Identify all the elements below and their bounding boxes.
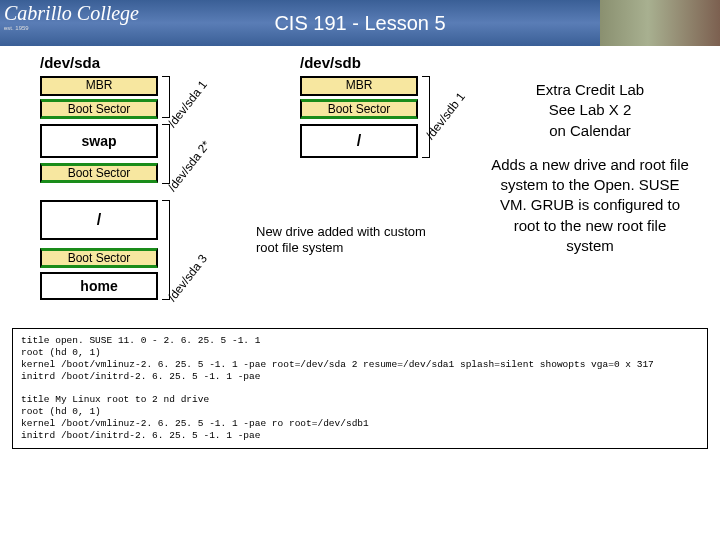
sda-home: home: [40, 272, 158, 300]
devpath-sda1: /dev/sda 1: [165, 78, 210, 130]
brace-sdb1: [422, 76, 430, 158]
brace-sda2: [162, 124, 170, 184]
logo-subtext: est. 1959: [4, 25, 164, 31]
sdb-root: /: [300, 124, 418, 158]
brace-sda3: [162, 200, 170, 300]
sda-boot-sector-1: Boot Sector: [40, 99, 158, 119]
side-text: Extra Credit Lab See Lab X 2 on Calendar…: [490, 80, 690, 256]
slide-header: Cabrillo College est. 1959 CIS 191 - Les…: [0, 0, 720, 46]
college-logo: Cabrillo College est. 1959: [4, 2, 164, 42]
sda-mbr: MBR: [40, 76, 158, 96]
sda-boot-sector-2: Boot Sector: [40, 163, 158, 183]
sda-boot-sector-3: Boot Sector: [40, 248, 158, 268]
grub-config-code: title open. SUSE 11. 0 - 2. 6. 25. 5 -1.…: [12, 328, 708, 449]
sda-root: /: [40, 200, 158, 240]
sdb-boot-sector: Boot Sector: [300, 99, 418, 119]
dev-sdb-label: /dev/sdb: [300, 54, 361, 71]
header-photo-strip: [600, 0, 720, 46]
new-drive-note: New drive added with custom root file sy…: [256, 224, 426, 257]
devpath-sda2: /dev/sda 2*: [165, 138, 213, 194]
devpath-sda3: /dev/sda 3: [165, 252, 210, 304]
logo-text: Cabrillo College: [4, 2, 164, 25]
brace-sda1: [162, 76, 170, 118]
sda-swap: swap: [40, 124, 158, 158]
sdb-mbr: MBR: [300, 76, 418, 96]
description-text: Adds a new drive and root file system to…: [490, 155, 690, 256]
extra-credit-text: Extra Credit Lab See Lab X 2 on Calendar: [490, 80, 690, 141]
dev-sda-label: /dev/sda: [40, 54, 100, 71]
